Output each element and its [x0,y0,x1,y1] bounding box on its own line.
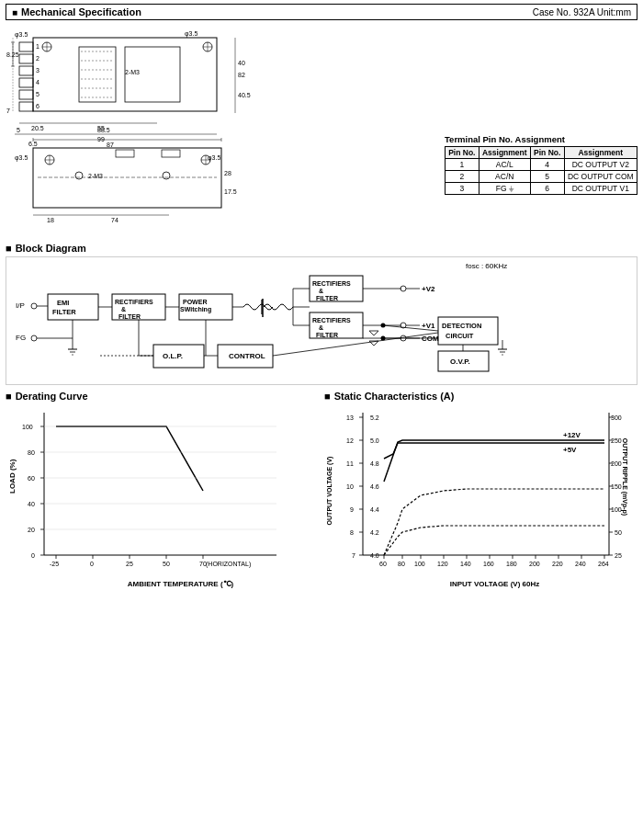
svg-text:87: 87 [107,142,114,148]
terminal-table: Pin No. Assignment Pin No. Assignment 1A… [445,146,637,195]
svg-text:+V2: +V2 [422,285,435,293]
svg-text:25: 25 [615,552,622,559]
svg-text:99: 99 [97,136,105,142]
svg-text:O.V.P.: O.V.P. [450,358,470,366]
col-header-pinno2: Pin No. [530,147,564,159]
table-row: 1AC/L4DC OUTPUT V2 [446,159,637,171]
svg-text:4.0: 4.0 [370,552,379,559]
svg-text:50: 50 [163,561,170,567]
svg-text:FILTER: FILTER [316,295,338,301]
svg-text:POWER: POWER [183,299,207,305]
svg-text:100: 100 [611,506,622,513]
derating-section: Derating Curve LOAD (%) 0 20 40 60 80 10… [6,391,319,587]
svg-text:fosc : 60KHz: fosc : 60KHz [466,262,507,270]
svg-text:200: 200 [611,460,622,467]
table-row: 2AC/N5DC OUTPUT COM [446,171,637,183]
derating-title: Derating Curve [6,391,319,402]
svg-text:40: 40 [238,60,245,66]
svg-text:7: 7 [352,552,355,559]
svg-point-58 [75,172,83,179]
svg-text:240: 240 [575,561,586,567]
svg-text:O.L.P.: O.L.P. [163,352,183,360]
svg-text:OUTPUT VOLTAGE (V): OUTPUT VOLTAGE (V) [326,457,333,526]
col-header-pinno1: Pin No. [446,147,479,159]
mechanical-drawing: 1 2 3 4 5 6 8.25 7 φ3.5 20.5 [6,24,437,237]
svg-text:13: 13 [346,414,354,421]
svg-text:φ3.5: φ3.5 [208,154,220,162]
col-header-assign2: Assignment [564,147,637,159]
block-diagram-title: Block Diagram [6,243,637,254]
svg-rect-10 [19,78,33,87]
svg-marker-130 [369,331,378,335]
svg-text:4.2: 4.2 [370,529,379,536]
svg-text:+12V: +12V [563,431,581,439]
block-diagram-area: fosc : 60KHz I/P FG EMI FILTER [6,256,637,385]
svg-rect-11 [19,90,33,99]
page: Mechanical Specification Case No. 932A U… [0,0,643,840]
svg-text:40: 40 [28,501,35,507]
svg-rect-61 [162,150,180,157]
svg-text:300: 300 [611,414,622,421]
svg-text:28: 28 [224,170,231,176]
svg-text:4.6: 4.6 [370,483,379,490]
svg-text:250: 250 [611,437,622,444]
mech-svg: 1 2 3 4 5 6 8.25 7 φ3.5 20.5 [6,24,364,235]
svg-text:5.2: 5.2 [370,414,379,421]
svg-text:150: 150 [611,483,622,490]
svg-text:120: 120 [437,561,448,567]
svg-text:4: 4 [36,79,39,85]
svg-text:17.5: 17.5 [224,188,237,195]
svg-text:160: 160 [483,561,494,567]
svg-rect-36 [79,47,116,102]
svg-point-59 [163,172,170,179]
svg-text:2: 2 [36,55,39,62]
mechanical-section: 1 2 3 4 5 6 8.25 7 φ3.5 20.5 [6,24,637,237]
svg-text:60: 60 [28,475,35,482]
svg-text:264: 264 [598,561,609,567]
svg-rect-9 [19,66,33,75]
static-title: Static Characteristics (A) [324,391,637,402]
svg-text:20.5: 20.5 [31,125,44,131]
svg-text:60: 60 [379,561,387,567]
svg-text:+5V: +5V [563,446,577,454]
svg-text:&: & [319,324,323,331]
static-chart: OUTPUT VOLTAGE (V) OUTPUT RIPPLE (mVp-p)… [324,403,637,587]
page-title: Mechanical Specification [12,6,141,17]
svg-line-144 [273,333,438,356]
svg-point-78 [31,335,37,341]
svg-text:5: 5 [36,91,39,97]
block-diagram-svg: fosc : 60KHz I/P FG EMI FILTER [6,257,637,386]
svg-text:40.5: 40.5 [238,92,251,98]
terminal-table-section: Terminal Pin No. Assignment Pin No. Assi… [445,134,637,237]
svg-text:200: 200 [529,561,540,567]
svg-text:FG: FG [16,334,26,342]
svg-text:+V1: +V1 [422,322,435,330]
svg-text:100: 100 [22,424,33,430]
svg-text:82: 82 [238,72,245,78]
block-diagram-section: Block Diagram fosc : 60KHz I/P FG EMI FI… [6,243,637,385]
svg-text:4.4: 4.4 [370,506,379,513]
svg-rect-12 [19,102,33,111]
svg-text:OUTPUT RIPPLE (mVp-p): OUTPUT RIPPLE (mVp-p) [621,438,628,516]
svg-text:COM: COM [422,335,439,343]
svg-text:φ3.5: φ3.5 [15,31,28,39]
svg-text:4.8: 4.8 [370,460,379,467]
svg-text:SWitching: SWitching [180,306,211,313]
svg-text:5: 5 [17,127,20,133]
svg-text:50: 50 [615,529,622,536]
table-row: 3FG ⏚6DC OUTPUT V1 [446,183,637,195]
svg-text:-25: -25 [50,561,59,567]
svg-text:φ3.5: φ3.5 [15,154,28,162]
svg-text:25: 25 [126,561,133,567]
svg-text:0: 0 [31,552,35,559]
svg-text:DETECTION: DETECTION [442,322,481,330]
svg-text:220: 220 [552,561,563,567]
svg-text:12: 12 [346,437,354,444]
svg-text:74: 74 [111,217,118,223]
svg-text:LOAD (%): LOAD (%) [8,459,17,494]
svg-text:RECTIFIERS: RECTIFIERS [312,280,351,287]
svg-text:CIRCUIT: CIRCUIT [446,332,474,340]
svg-text:18: 18 [47,217,54,223]
static-section: Static Characteristics (A) OUTPUT VOLTAG… [324,391,637,587]
svg-text:80: 80 [398,561,405,567]
